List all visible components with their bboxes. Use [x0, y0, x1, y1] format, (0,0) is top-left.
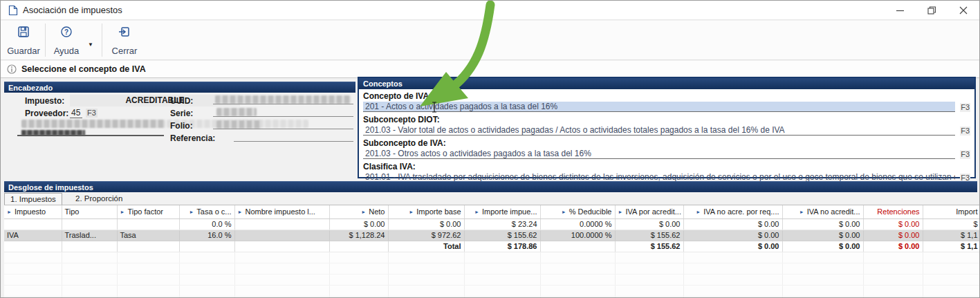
table-cell[interactable]: $ [923, 218, 980, 230]
sort-arrow-icon: ► [189, 209, 194, 214]
total-cell: $ 178.86 [464, 241, 540, 252]
close-button[interactable] [947, 1, 979, 20]
sort-arrow-icon: ► [618, 209, 623, 214]
column-header[interactable]: Tipo [62, 205, 117, 218]
table-cell[interactable]: $ 1,1 [923, 230, 980, 241]
subconcepto-iva-label: Subconcepto de IVA: [363, 138, 970, 148]
table-cell[interactable]: $ 0.00 [329, 218, 388, 230]
subconcepto-iva-combo[interactable]: 201.03 - Otros actos o actividades pagad… [363, 149, 955, 159]
table-cell[interactable]: $ 155.62 [615, 230, 683, 241]
sort-arrow-icon: ► [120, 209, 125, 214]
sort-arrow-icon: ► [238, 209, 243, 214]
toolbar: Guardar ? Ayuda ▼ Cerrar [1, 21, 979, 60]
help-dropdown-arrow-icon[interactable]: ▼ [88, 41, 93, 48]
column-header[interactable]: ►Nombre impuesto l... [234, 205, 329, 218]
folio-label: Folio: [170, 121, 193, 131]
empty-row [4, 274, 980, 285]
column-header[interactable]: ►Impuesto [4, 205, 62, 218]
svg-text:?: ? [64, 28, 68, 36]
table-cell[interactable]: Tasa [117, 230, 179, 241]
total-cell [4, 241, 62, 252]
table-cell[interactable] [117, 218, 179, 230]
uuid-input[interactable] [213, 95, 353, 104]
column-header[interactable]: Import [923, 205, 980, 218]
help-button-label: Ayuda [54, 46, 80, 56]
close-window-button[interactable]: Cerrar [106, 23, 143, 57]
table-cell[interactable]: $ 0.00 [782, 230, 863, 241]
column-header[interactable]: ►IVA por acredit... [615, 205, 683, 218]
column-header[interactable]: ►Tasa o c... [179, 205, 234, 218]
sort-arrow-icon: ► [361, 209, 366, 214]
table-cell[interactable]: 16.0 % [179, 230, 234, 241]
referencia-input[interactable] [234, 132, 353, 142]
table-cell[interactable]: $ 0.00 [683, 230, 782, 241]
column-header[interactable]: ►Tipo factor [117, 205, 179, 218]
table-cell[interactable] [62, 218, 117, 230]
table-cell[interactable]: $ 23.24 [464, 218, 540, 230]
table-cell[interactable]: $ 0.00 [863, 218, 923, 230]
sort-arrow-icon: ► [7, 209, 12, 214]
toolbar-separator [102, 24, 102, 57]
table-cell[interactable] [4, 218, 62, 230]
folio-input[interactable] [213, 120, 353, 129]
conceptos-panel: Conceptos Concepto de IVA: 201 - Actos o… [358, 77, 976, 178]
table-cell[interactable]: 0.0 % [179, 218, 234, 230]
subconcepto-diot-combo[interactable]: 201.03 - Valor total de actos o activida… [363, 125, 955, 136]
table-cell[interactable]: Traslad... [62, 230, 117, 241]
column-header[interactable]: Retenciones [863, 205, 923, 218]
total-cell: $ 155.62 [615, 241, 683, 252]
table-cell[interactable]: $ 155.62 [464, 230, 540, 241]
proveedor-label: Proveedor: [25, 109, 68, 118]
table-cell[interactable]: IVA [4, 230, 62, 241]
column-header[interactable]: ►Importe impue... [464, 205, 540, 218]
proveedor-input[interactable]: 45 [70, 108, 82, 118]
serie-input[interactable] [213, 107, 353, 117]
save-icon [17, 26, 30, 41]
conceptos-header: Conceptos [359, 78, 974, 89]
table-cell[interactable]: $ 0.00 [615, 218, 683, 230]
help-icon: ? [60, 26, 73, 41]
title-bar: Asociación de impuestos [1, 1, 979, 20]
table-cell[interactable]: $ 0.00 [388, 218, 464, 230]
total-cell [62, 241, 117, 252]
column-header[interactable]: ►Importe base [388, 205, 464, 218]
column-header[interactable]: ►IVA no acre. por req.... [683, 205, 782, 218]
empty-row [4, 285, 980, 296]
table-cell[interactable]: $ 1,128.24 [329, 230, 388, 241]
total-cell [179, 241, 234, 252]
total-cell: $ 0.00 [683, 241, 782, 252]
exit-icon [118, 26, 131, 41]
column-header[interactable]: ►% Deducible [540, 205, 615, 218]
table-row[interactable]: IVATraslad...Tasa16.0 %$ 1,128.24$ 972.6… [4, 230, 980, 241]
info-bar: Seleccione el concepto de IVA [1, 61, 979, 78]
sort-arrow-icon: ► [474, 209, 479, 214]
tab-impuestos[interactable]: 1. Impuestos [4, 193, 62, 205]
subconcepto-diot-label: Subconcepto DIOT: [363, 115, 970, 124]
table-cell[interactable]: $ 972.62 [388, 230, 464, 241]
table-cell[interactable] [234, 230, 329, 241]
column-header[interactable]: ►Neto [329, 205, 388, 218]
table-cell[interactable] [234, 218, 329, 230]
subconcepto-diot-f3-hint: F3 [960, 127, 970, 136]
restore-button[interactable] [916, 1, 947, 20]
sort-arrow-icon: ► [409, 209, 414, 214]
column-header[interactable]: ►IVA no acredit... [782, 205, 863, 218]
table-cell[interactable]: $ 0.00 [782, 218, 863, 230]
table-cell[interactable]: $ 0.00 [683, 218, 782, 230]
empty-row [4, 263, 980, 274]
desglose-header: Desglose de impuestos [4, 181, 977, 192]
help-button[interactable]: ? Ayuda [49, 23, 84, 57]
table-row[interactable]: 0.0 %$ 0.00$ 0.00$ 23.240.0000 %$ 0.00$ … [4, 218, 980, 230]
tab-proporcion[interactable]: 2. Proporción [70, 193, 128, 205]
save-button[interactable]: Guardar [5, 23, 42, 57]
table-cell[interactable]: $ 0.00 [863, 230, 923, 241]
sort-arrow-icon: ► [562, 209, 566, 214]
table-cell[interactable]: 100.0000 % [540, 230, 615, 241]
encabezado-header: Encabezado [4, 82, 355, 93]
concepto-iva-combo[interactable]: 201 - Actos o actividades pagados a la t… [363, 102, 955, 112]
clasifica-iva-field: Clasifica IVA: 301.01 - IVA trasladado p… [363, 162, 970, 183]
minimize-button[interactable] [884, 1, 916, 20]
total-cell: $ 1,1 [923, 241, 980, 252]
table-cell[interactable]: 0.0000 % [540, 218, 615, 230]
total-cell [234, 241, 329, 252]
